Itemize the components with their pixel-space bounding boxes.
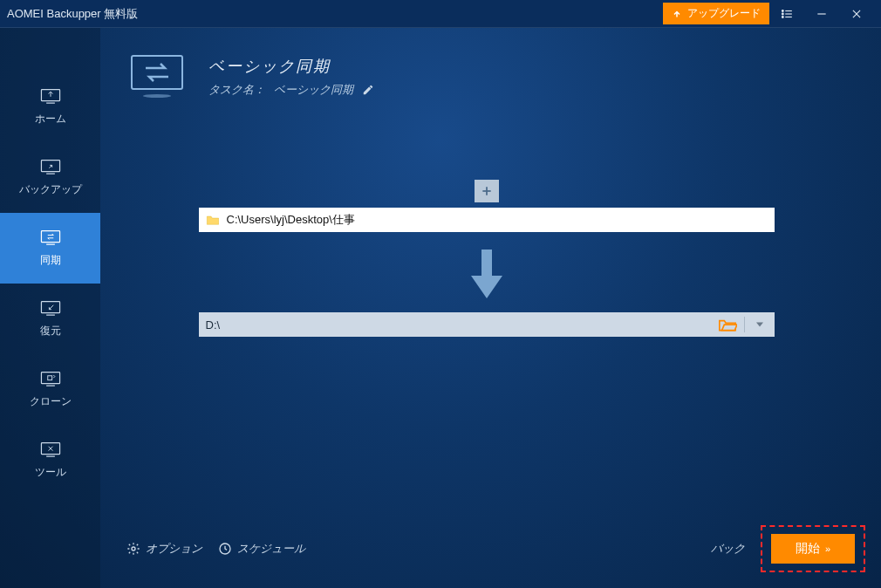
sync-monitor-icon xyxy=(126,52,188,101)
upgrade-label: アップグレード xyxy=(687,6,761,21)
sidebar-item-label: ツール xyxy=(35,465,66,480)
destination-path-bar[interactable]: D:\ xyxy=(199,312,775,337)
sync-icon xyxy=(39,229,62,246)
clock-icon xyxy=(218,542,232,556)
chevron-right-icon: » xyxy=(825,544,830,554)
svg-point-0 xyxy=(782,10,783,11)
main-panel: ベーシック同期 タスク名： ベーシック同期 C:\Users\lyj\Deskt… xyxy=(100,28,881,588)
page-header: ベーシック同期 タスク名： ベーシック同期 xyxy=(126,52,846,101)
source-path-bar[interactable]: C:\Users\lyj\Desktop\仕事 xyxy=(199,208,775,232)
svg-point-26 xyxy=(132,547,135,550)
task-name-label: タスク名： xyxy=(208,82,265,98)
start-button[interactable]: 開始 » xyxy=(771,534,855,564)
sidebar-item-tools[interactable]: ツール xyxy=(0,425,100,496)
schedule-button[interactable]: スケジュール xyxy=(218,541,305,557)
back-button[interactable]: バック xyxy=(711,541,745,557)
separator xyxy=(744,317,745,332)
minimize-button[interactable] xyxy=(804,0,839,28)
svg-point-2 xyxy=(782,13,783,15)
sidebar-item-label: 同期 xyxy=(40,253,61,268)
browse-folder-icon[interactable] xyxy=(718,312,737,337)
sidebar-item-label: ホーム xyxy=(35,112,66,126)
gear-icon xyxy=(126,542,140,556)
upgrade-arrow-icon xyxy=(672,9,682,19)
schedule-label: スケジュール xyxy=(237,541,305,557)
clone-icon xyxy=(39,370,62,387)
sidebar: ホーム バックアップ 同期 復元 クローン xyxy=(0,28,100,588)
svg-rect-11 xyxy=(41,161,59,172)
source-path-text: C:\Users\lyj\Desktop\仕事 xyxy=(227,212,355,228)
add-source-button[interactable] xyxy=(475,180,499,202)
svg-point-23 xyxy=(143,94,171,98)
start-label: 開始 xyxy=(796,541,820,557)
svg-rect-13 xyxy=(41,231,59,243)
sidebar-item-label: クローン xyxy=(30,394,72,409)
title-bar: AOMEI Backupper 無料版 アップグレード xyxy=(0,0,881,28)
svg-rect-22 xyxy=(132,56,182,89)
edit-task-name-button[interactable] xyxy=(362,84,374,96)
svg-rect-15 xyxy=(41,302,59,313)
task-name-value: ベーシック同期 xyxy=(274,82,353,98)
sync-config: C:\Users\lyj\Desktop\仕事 D:\ xyxy=(126,180,846,337)
options-button[interactable]: オプション xyxy=(126,541,202,557)
footer-bar: オプション スケジュール バック 開始 » xyxy=(126,525,865,572)
sidebar-item-home[interactable]: ホーム xyxy=(0,72,100,142)
destination-dropdown-button[interactable] xyxy=(752,312,768,337)
svg-rect-17 xyxy=(41,373,59,384)
sidebar-item-label: バックアップ xyxy=(19,182,82,197)
svg-rect-19 xyxy=(47,376,51,380)
home-icon xyxy=(39,87,62,105)
tools-icon xyxy=(39,441,62,458)
arrow-down-icon xyxy=(468,248,505,304)
sidebar-item-sync[interactable]: 同期 xyxy=(0,213,100,284)
task-name-row: タスク名： ベーシック同期 xyxy=(208,82,374,98)
sidebar-item-clone[interactable]: クローン xyxy=(0,354,100,425)
destination-path-text: D:\ xyxy=(206,318,711,332)
sidebar-item-backup[interactable]: バックアップ xyxy=(0,142,100,213)
folder-icon xyxy=(206,214,220,226)
sidebar-item-restore[interactable]: 復元 xyxy=(0,284,100,354)
backup-icon xyxy=(39,158,62,175)
close-button[interactable] xyxy=(839,0,874,28)
upgrade-button[interactable]: アップグレード xyxy=(663,3,769,24)
menu-icon[interactable] xyxy=(769,0,804,28)
start-button-highlight: 開始 » xyxy=(761,525,865,572)
options-label: オプション xyxy=(146,541,202,557)
sidebar-item-label: 復元 xyxy=(40,324,61,338)
app-title: AOMEI Backupper 無料版 xyxy=(7,6,663,22)
restore-icon xyxy=(39,299,62,317)
page-title: ベーシック同期 xyxy=(208,56,374,77)
svg-point-4 xyxy=(782,16,783,17)
